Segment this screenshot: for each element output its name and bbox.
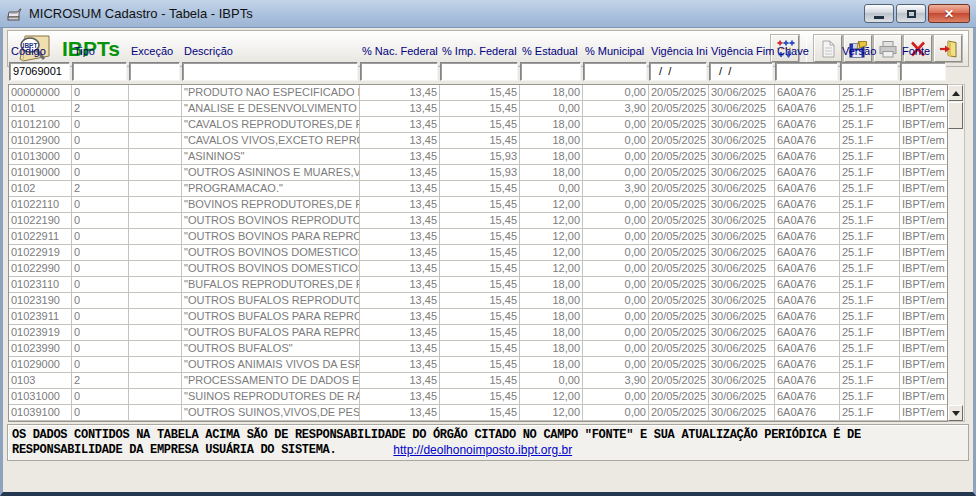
column-header-estadual[interactable]: % Estadual xyxy=(519,45,582,60)
table-row[interactable]: 010231900"OUTROS BUFALOS REPRODUTO13,451… xyxy=(9,293,947,309)
filter-input-vigencia_ini[interactable] xyxy=(649,62,707,81)
cell-tipo: 0 xyxy=(72,293,129,309)
filter-input-codigo[interactable] xyxy=(9,62,70,81)
minimize-button[interactable] xyxy=(864,4,894,23)
cell-descricao: "ANALISE E DESENVOLVIMENTO xyxy=(182,101,360,117)
column-header-tipo[interactable]: Tipo xyxy=(71,45,128,60)
cell-versao: 25.1.F xyxy=(840,229,900,245)
filter-input-tipo[interactable] xyxy=(72,62,127,81)
filter-input-estadual[interactable] xyxy=(520,62,581,81)
cell-chave: 6A0A76 xyxy=(775,389,840,405)
cell-imp_federal: 15,45 xyxy=(440,117,520,133)
cell-vigencia_fim: 30/06/2025 xyxy=(709,373,775,389)
column-header-codigo[interactable]: Código xyxy=(8,45,71,60)
filter-input-fonte[interactable] xyxy=(900,62,946,81)
cell-chave: 6A0A76 xyxy=(775,341,840,357)
cell-tipo: 0 xyxy=(72,325,129,341)
cell-excecao xyxy=(129,101,182,117)
table-row[interactable]: 010239110"OUTROS BUFALOS PARA REPRO13,45… xyxy=(9,309,947,325)
cell-descricao: "CAVALOS VIVOS,EXCETO REPRO xyxy=(182,133,360,149)
cell-imp_federal: 15,45 xyxy=(440,133,520,149)
table-row[interactable]: 010121000"CAVALOS REPRODUTORES,DE R13,45… xyxy=(9,117,947,133)
filter-input-imp_federal[interactable] xyxy=(440,62,518,81)
table-row[interactable]: 010130000"ASININOS"13,4515,9318,000,0020… xyxy=(9,149,947,165)
table-row[interactable]: 010229900"OUTROS BOVINOS DOMESTICOS13,45… xyxy=(9,261,947,277)
table-row[interactable]: 01012"ANALISE E DESENVOLVIMENTO13,4515,4… xyxy=(9,101,947,117)
filter-input-versao[interactable] xyxy=(840,62,898,81)
cell-chave: 6A0A76 xyxy=(775,357,840,373)
cell-codigo: 01039100 xyxy=(9,405,72,421)
column-header-vigencia_ini[interactable]: Vigência Ini. xyxy=(648,45,708,60)
filter-input-chave[interactable] xyxy=(775,62,838,81)
table-row[interactable]: 010221900"OUTROS BOVINOS REPRODUTO13,451… xyxy=(9,213,947,229)
table-row[interactable]: 010221100"BOVINOS REPRODUTORES,DE R13,45… xyxy=(9,197,947,213)
cell-tipo: 0 xyxy=(72,149,129,165)
column-header-nac_federal[interactable]: % Nac. Federal xyxy=(359,45,439,60)
cell-codigo: 00000000 xyxy=(9,85,72,101)
close-button[interactable]: ✕ xyxy=(928,4,970,23)
cell-tipo: 0 xyxy=(72,245,129,261)
cell-nac_federal: 13,45 xyxy=(360,181,440,197)
cell-imp_federal: 15,45 xyxy=(440,293,520,309)
cell-chave: 6A0A76 xyxy=(775,117,840,133)
cell-fonte: IBPT/em xyxy=(900,405,948,421)
filter-input-vigencia_fim[interactable] xyxy=(709,62,773,81)
cell-tipo: 2 xyxy=(72,101,129,117)
filter-input-excecao[interactable] xyxy=(129,62,180,81)
cell-vigencia_ini: 20/05/2025 xyxy=(649,117,709,133)
table-row[interactable]: 010231100"BUFALOS REPRODUTORES,DE R13,45… xyxy=(9,277,947,293)
cell-estadual: 18,00 xyxy=(520,293,583,309)
table-row[interactable]: 01022"PROGRAMACAO."13,4515,450,003,9020/… xyxy=(9,181,947,197)
cell-vigencia_fim: 30/06/2025 xyxy=(709,101,775,117)
cell-vigencia_fim: 30/06/2025 xyxy=(709,181,775,197)
cell-vigencia_fim: 30/06/2025 xyxy=(709,405,775,421)
column-header-municipal[interactable]: % Municipal xyxy=(582,45,648,60)
table-row[interactable]: 010290000"OUTROS ANIMAIS VIVOS DA ESP13,… xyxy=(9,357,947,373)
cell-descricao: "PROCESSAMENTO DE DADOS E xyxy=(182,373,360,389)
scroll-down-button[interactable] xyxy=(948,405,963,421)
column-header-excecao[interactable]: Exceção xyxy=(128,45,181,60)
cell-fonte: IBPT/em xyxy=(900,229,948,245)
maximize-button[interactable] xyxy=(896,4,926,23)
cell-codigo: 01012900 xyxy=(9,133,72,149)
filter-cell-municipal xyxy=(582,61,648,81)
filter-input-descricao[interactable] xyxy=(182,62,358,81)
title-bar[interactable]: MICROSUM Cadastro - Tabela - IBPTs ✕ xyxy=(0,0,976,28)
scrollbar-thumb[interactable] xyxy=(948,102,963,129)
column-header-chave[interactable]: Chave xyxy=(774,45,839,60)
vertical-scrollbar[interactable] xyxy=(948,84,965,422)
cell-tipo: 0 xyxy=(72,341,129,357)
cell-codigo: 01022911 xyxy=(9,229,72,245)
table-row[interactable]: 010129000"CAVALOS VIVOS,EXCETO REPRO13,4… xyxy=(9,133,947,149)
table-row[interactable]: 010229110"OUTROS BOVINOS PARA REPRO13,45… xyxy=(9,229,947,245)
cell-tipo: 0 xyxy=(72,261,129,277)
table-row[interactable]: 010310000"SUINOS REPRODUTORES DE RA13,45… xyxy=(9,389,947,405)
table-row[interactable]: 000000000"PRODUTO NAO ESPECIFICADO N13,4… xyxy=(9,85,947,101)
table-row[interactable]: 010391000"OUTROS SUINOS,VIVOS,DE PES13,4… xyxy=(9,405,947,421)
cell-municipal: 0,00 xyxy=(583,149,649,165)
column-header-imp_federal[interactable]: % Imp. Federal xyxy=(439,45,519,60)
cell-estadual: 18,00 xyxy=(520,133,583,149)
cell-excecao xyxy=(129,405,182,421)
filter-input-nac_federal[interactable] xyxy=(360,62,438,81)
cell-municipal: 0,00 xyxy=(583,261,649,277)
cell-excecao xyxy=(129,133,182,149)
cell-excecao xyxy=(129,341,182,357)
filter-cell-excecao xyxy=(128,61,181,81)
table-row[interactable]: 010239190"OUTROS BUFALOS PARA REPRO13,45… xyxy=(9,325,947,341)
table-row[interactable]: 010239900"OUTROS BUFALOS"13,4515,4518,00… xyxy=(9,341,947,357)
cell-versao: 25.1.F xyxy=(840,213,900,229)
column-header-vigencia_fim[interactable]: Vigência Fim xyxy=(708,45,774,60)
column-header-versao[interactable]: Versão xyxy=(839,45,899,60)
scroll-up-button[interactable] xyxy=(948,85,963,101)
filter-input-municipal[interactable] xyxy=(583,62,647,81)
column-header-fonte[interactable]: Fonte xyxy=(899,45,947,60)
column-header-descricao[interactable]: Descrição xyxy=(181,45,359,60)
cell-nac_federal: 13,45 xyxy=(360,277,440,293)
table-row[interactable]: 010190000"OUTROS ASININOS E MUARES,V13,4… xyxy=(9,165,947,181)
cell-codigo: 0102 xyxy=(9,181,72,197)
table-row[interactable]: 010229190"OUTROS BOVINOS DOMESTICOS13,45… xyxy=(9,245,947,261)
cell-codigo: 01023990 xyxy=(9,341,72,357)
table-row[interactable]: 01032"PROCESSAMENTO DE DADOS E13,4515,45… xyxy=(9,373,947,389)
ibpt-link[interactable]: http://deolhonoimposto.ibpt.org.br xyxy=(393,443,572,458)
